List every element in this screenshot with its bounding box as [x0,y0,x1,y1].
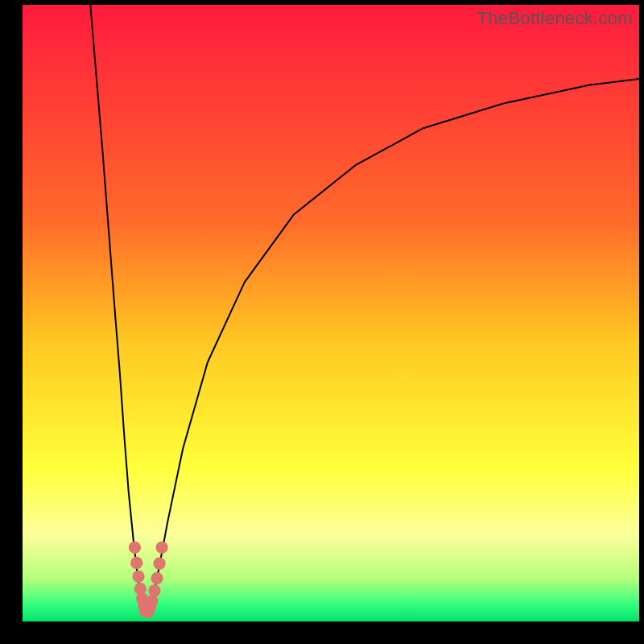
plot-area: TheBottleneck.com [23,5,639,621]
valley-marker [129,541,141,553]
valley-marker [132,570,144,582]
valley-marker [130,557,142,569]
watermark-text: TheBottleneck.com [477,8,633,29]
chart-svg [23,5,639,621]
valley-marker [148,584,160,597]
valley-marker [151,572,163,584]
valley-marker [155,541,167,553]
frame: TheBottleneck.com [0,0,644,644]
valley-marker [146,595,158,607]
valley-marker [153,557,165,569]
